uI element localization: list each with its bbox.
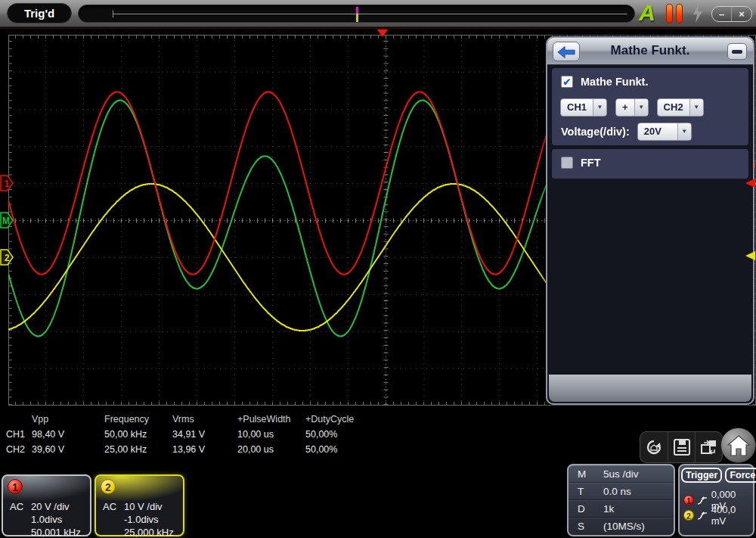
timebase-value: (10MS/s) (603, 518, 645, 535)
trigger-button[interactable]: Trigger (681, 468, 722, 483)
trigger-box: Trigger Force 1 0,000 mV 2 400,0 mV (678, 464, 754, 536)
timebase-row[interactable]: T 0.0 ns (569, 483, 674, 500)
meas-header: Vrms (172, 414, 237, 424)
switch-display-button[interactable] (695, 432, 722, 462)
meas-header: +DutyCycle (305, 414, 366, 424)
save-button[interactable] (668, 432, 695, 462)
fft-label: FFT (581, 157, 601, 169)
ch2-trigger-level-arrow[interactable] (745, 251, 755, 260)
home-icon (727, 434, 751, 457)
ch2-badge: 2 (683, 510, 694, 521)
close-button[interactable]: × (732, 7, 751, 21)
ch1-coupling: AC (10, 501, 23, 512)
home-button[interactable] (720, 428, 756, 463)
oscilloscope-app: Trig'd A – × 1 M 2 (0, 0, 756, 538)
ch2-frequency: 25,000 kHz (124, 527, 174, 538)
ch2-position: -1.0divs (124, 514, 159, 525)
meas-value: 39,60 V (32, 444, 104, 455)
switch-display-icon (699, 437, 719, 457)
timebase-value: 0.0 ns (603, 483, 631, 500)
ch2-position-marker[interactable]: 2 (0, 249, 14, 266)
meas-row-label: CH1 (6, 429, 32, 440)
panel-header: Mathe Funkt. (547, 38, 753, 65)
ch1-settings-box[interactable]: 1 AC 20 V /div 1.0divs 50,001 kHz (2, 474, 91, 536)
timebase-box[interactable]: M 5us /div T 0.0 ns D 1k S (10MS/s) (567, 464, 675, 536)
meas-header: Vpp (32, 414, 104, 424)
svg-text:2: 2 (5, 253, 10, 263)
math-enable-checkbox[interactable]: ✔ (561, 76, 573, 88)
meas-value: 34,91 V (172, 429, 237, 440)
math-enable-label: Mathe Funkt. (581, 76, 648, 88)
ch2-trigger-level: 400,0 mV (711, 504, 753, 527)
meas-value: 13,96 V (172, 444, 237, 455)
ch2-coupling: AC (103, 501, 116, 512)
ch2-settings-box[interactable]: 2 AC 10 V /div -1.0divs 25,000 kHz (94, 474, 184, 536)
svg-text:M: M (2, 216, 10, 226)
ch1-position-marker[interactable]: 1 (0, 175, 14, 191)
meas-header: +PulseWidth (237, 414, 305, 424)
svg-text:1: 1 (5, 179, 10, 189)
meas-value: 20,00 us (237, 444, 305, 455)
meas-header: Frequency (104, 414, 172, 424)
ch1-badge: 1 (8, 479, 23, 494)
meas-value: 50,00% (305, 429, 366, 440)
minus-icon (732, 50, 742, 54)
meas-value: 98,40 V (32, 429, 104, 440)
operator-value: + (616, 99, 634, 116)
source-a-value: CH1 (561, 99, 593, 116)
voltage-per-div-label: Voltage(/div): (561, 126, 630, 138)
record-bar-divider (0, 28, 756, 29)
meas-value: 10,00 us (237, 429, 305, 440)
save-icon (673, 438, 691, 456)
meas-value: 50,00% (305, 444, 366, 455)
fft-checkbox[interactable] (561, 157, 573, 169)
force-button[interactable]: Force (725, 468, 756, 483)
minimize-button[interactable]: – (712, 7, 732, 21)
timebase-row[interactable]: D 1k (569, 500, 674, 518)
pause-icon[interactable] (666, 4, 684, 23)
math-position-marker[interactable]: M (0, 212, 14, 229)
panel-footer (549, 375, 751, 402)
source-b-dropdown[interactable]: CH2 ▼ (657, 98, 704, 117)
collapse-button[interactable] (727, 43, 747, 60)
meas-value: 50,00 kHz (104, 429, 172, 440)
quick-icon-bar (640, 431, 723, 463)
chevron-down-icon: ▼ (677, 123, 691, 140)
slider-track (113, 14, 627, 14)
title-bar: Trig'd A – × (0, 0, 756, 27)
measurements-table: Vpp Frequency Vrms +PulseWidth +DutyCycl… (6, 412, 366, 457)
chevron-down-icon: ▼ (634, 99, 648, 116)
ch1-position: 1.0divs (31, 514, 62, 525)
record-position-slider[interactable] (78, 5, 635, 23)
chevron-down-icon: ▼ (593, 99, 606, 116)
ch1-frequency: 50,001 kHz (31, 527, 81, 538)
autoset-icon (644, 437, 664, 457)
timebase-key: S (578, 518, 584, 535)
source-a-dropdown[interactable]: CH1 ▼ (560, 98, 607, 117)
timebase-key: M (578, 465, 586, 483)
fft-section: FFT (552, 149, 748, 179)
chevron-down-icon: ▼ (689, 99, 703, 116)
ch2-scale: 10 V /div (124, 501, 163, 512)
timebase-value: 1k (603, 500, 614, 518)
timebase-value: 5us /div (603, 465, 639, 483)
timebase-row[interactable]: S (10MS/s) (569, 518, 674, 535)
ch2-badge: 2 (101, 479, 116, 494)
flash-icon[interactable] (692, 5, 704, 23)
meas-value: 25,00 kHz (104, 444, 172, 455)
record-trigger-marker-icon[interactable] (355, 7, 358, 22)
timebase-key: D (578, 500, 585, 518)
source-b-value: CH2 (658, 99, 689, 116)
slider-start-tick (113, 11, 113, 17)
timebase-key: T (578, 483, 584, 500)
autoset-button[interactable] (640, 432, 668, 462)
meas-row-label: CH2 (6, 444, 32, 455)
rising-edge-icon (697, 511, 708, 521)
window-controls: – × (711, 6, 752, 22)
operator-dropdown[interactable]: + ▼ (615, 98, 649, 117)
voltage-per-div-dropdown[interactable]: 20V ▼ (637, 123, 692, 141)
ch1-scale: 20 V /div (31, 501, 70, 512)
timebase-row[interactable]: M 5us /div (569, 465, 674, 483)
ch1-trigger-level-arrow[interactable] (745, 179, 755, 188)
trigger-time-marker-icon[interactable] (377, 30, 388, 37)
